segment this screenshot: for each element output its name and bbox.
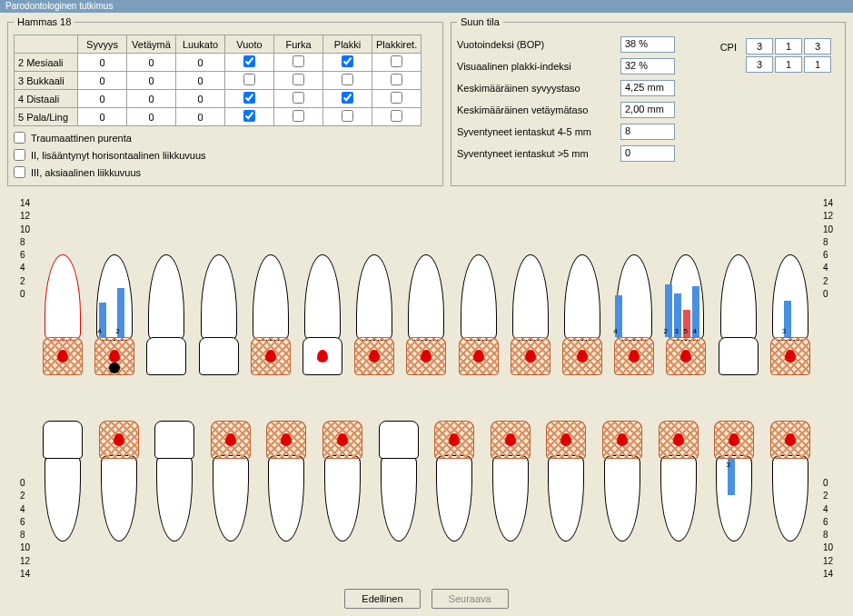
tooth[interactable]: 42 <box>92 239 137 375</box>
tooth[interactable] <box>144 239 189 375</box>
tooth[interactable] <box>208 421 253 557</box>
scale-tick: 2 <box>823 490 833 502</box>
tooth[interactable] <box>768 421 813 557</box>
tooth[interactable] <box>431 421 477 557</box>
tooth[interactable] <box>40 421 85 557</box>
measurement-checkbox[interactable] <box>243 92 255 104</box>
tooth-crown <box>199 337 239 375</box>
value-cell[interactable]: 0 <box>127 108 176 126</box>
tooth[interactable]: 3 <box>711 421 757 557</box>
depth-number: 3 <box>674 327 678 335</box>
tooth[interactable] <box>508 239 553 375</box>
scale-tick: 10 <box>20 541 30 554</box>
tooth-crown <box>154 421 194 459</box>
condition-checkbox[interactable] <box>14 149 25 161</box>
tooth[interactable]: 3 <box>768 239 813 375</box>
tooth[interactable] <box>352 239 397 375</box>
tooth[interactable] <box>656 421 701 557</box>
measurement-checkbox[interactable] <box>342 110 353 122</box>
blood-drop-icon <box>57 350 68 363</box>
value-cell[interactable]: 0 <box>176 54 225 72</box>
col-header: Plakkiret. <box>372 35 422 54</box>
scale-tick: 12 <box>20 555 30 568</box>
measurement-checkbox[interactable] <box>342 74 353 85</box>
scale-tick: 0 <box>20 288 30 301</box>
condition-checkbox[interactable] <box>14 166 25 178</box>
blood-drop-icon <box>673 433 684 446</box>
hammas-fieldset: Hammas 18 SyvyysVetäymäLuukatoVuotoFurka… <box>7 16 443 186</box>
measurement-checkbox[interactable] <box>293 110 304 122</box>
blood-drop-icon <box>225 433 236 446</box>
condition-checkbox[interactable] <box>14 132 25 144</box>
value-cell[interactable]: 0 <box>176 108 225 126</box>
tooth[interactable] <box>376 421 422 557</box>
value-cell[interactable]: 0 <box>78 72 127 90</box>
measurement-checkbox[interactable] <box>391 92 402 104</box>
blood-drop-icon <box>785 433 796 446</box>
value-cell[interactable]: 0 <box>127 90 176 108</box>
tooth[interactable] <box>40 239 85 375</box>
measurement-checkbox[interactable] <box>391 74 402 85</box>
stat-value: 38 % <box>620 36 675 53</box>
tooth-root <box>604 455 640 541</box>
tooth-crown <box>719 337 759 375</box>
blood-drop-icon <box>729 433 739 446</box>
tooth[interactable]: 4 <box>611 239 657 375</box>
tooth[interactable] <box>300 239 345 375</box>
scale-tick: 4 <box>823 503 833 516</box>
blood-drop-icon <box>109 350 120 363</box>
measurement-checkbox[interactable] <box>391 110 402 122</box>
value-cell[interactable]: 0 <box>176 72 225 90</box>
measurement-checkbox[interactable] <box>243 55 255 67</box>
cpi-cell: 1 <box>775 38 802 55</box>
tooth[interactable] <box>263 421 309 557</box>
tooth[interactable] <box>488 421 533 557</box>
blood-drop-icon <box>629 350 640 363</box>
row-header: 3 Bukkaali <box>15 72 78 90</box>
depth-number: 2 <box>115 327 119 335</box>
previous-button[interactable]: Edellinen <box>344 589 420 609</box>
tooth[interactable] <box>560 239 605 375</box>
tooth-root <box>720 254 757 341</box>
scale-tick: 2 <box>20 275 30 288</box>
tooth[interactable] <box>196 239 242 375</box>
value-cell[interactable]: 0 <box>78 90 127 108</box>
value-cell[interactable]: 0 <box>78 54 127 72</box>
value-cell[interactable]: 0 <box>78 108 127 126</box>
value-cell[interactable]: 0 <box>176 90 225 108</box>
blood-drop-icon <box>114 433 124 446</box>
tooth[interactable] <box>320 421 365 557</box>
col-header: Luukato <box>176 35 225 54</box>
measurement-checkbox[interactable] <box>293 55 304 67</box>
tooth-root <box>156 455 193 541</box>
tooth[interactable] <box>403 239 449 375</box>
tooth[interactable] <box>96 421 142 557</box>
tooth[interactable] <box>248 239 293 375</box>
measurement-checkbox[interactable] <box>342 92 353 104</box>
tooth[interactable] <box>152 421 197 557</box>
measurement-checkbox[interactable] <box>243 74 255 85</box>
depth-number: 3 <box>726 461 729 469</box>
stat-label: Keskimääräinen syvyystaso <box>457 83 620 94</box>
tooth[interactable] <box>716 239 761 375</box>
measurement-checkbox[interactable] <box>293 92 304 104</box>
tooth[interactable] <box>543 421 589 557</box>
scale-tick: 0 <box>20 477 30 490</box>
blood-drop-icon <box>577 350 588 363</box>
scale-tick: 2 <box>20 490 30 502</box>
tooth-root <box>436 455 472 541</box>
tooth[interactable]: 2354 <box>663 239 709 375</box>
measurement-checkbox[interactable] <box>293 74 304 85</box>
measurement-checkbox[interactable] <box>391 55 402 67</box>
tooth-root <box>512 254 549 341</box>
scale-tick: 4 <box>20 503 30 516</box>
measurement-checkbox[interactable] <box>243 110 255 122</box>
scale-tick: 14 <box>20 568 30 581</box>
measurement-checkbox[interactable] <box>342 55 353 67</box>
scale-tick: 8 <box>20 236 30 249</box>
tooth[interactable] <box>456 239 501 375</box>
scale-tick: 2 <box>823 275 833 288</box>
value-cell[interactable]: 0 <box>127 54 176 72</box>
value-cell[interactable]: 0 <box>127 72 176 90</box>
tooth[interactable] <box>600 421 645 557</box>
